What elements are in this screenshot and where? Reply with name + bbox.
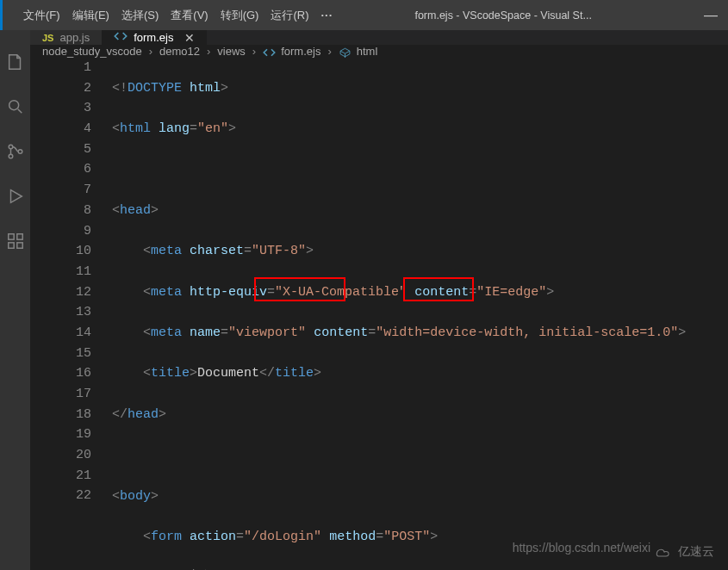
tab-form-ejs[interactable]: form.ejs ✕ (102, 30, 207, 45)
menu-goto[interactable]: 转到(G) (215, 4, 265, 27)
menu-edit[interactable]: 编辑(E) (66, 4, 115, 27)
tab-app-js[interactable]: JS app.js (30, 30, 102, 45)
window-title: form.ejs - VScodeSpace - Visual St... (339, 9, 694, 22)
crumb[interactable]: views (217, 45, 246, 58)
svg-rect-7 (16, 243, 22, 248)
menu-run[interactable]: 运行(R) (264, 4, 314, 27)
close-icon[interactable]: ✕ (184, 31, 195, 45)
ejs-icon (263, 45, 276, 58)
svg-point-1 (9, 145, 13, 149)
files-icon[interactable] (5, 52, 26, 72)
menubar: 文件(F) 编辑(E) 选择(S) 查看(V) 转到(G) 运行(R) ··· … (0, 0, 728, 30)
watermark-text: https://blog.csdn.net/weixi (513, 541, 650, 555)
crumb[interactable]: demo12 (159, 45, 200, 58)
tab-label: app.js (59, 31, 90, 44)
source-control-icon[interactable] (5, 141, 26, 162)
run-debug-icon[interactable] (5, 186, 26, 207)
search-icon[interactable] (5, 96, 26, 117)
line-numbers: 12345678910111213141516171819202122 (30, 58, 112, 570)
ejs-icon (114, 30, 128, 45)
js-icon: JS (42, 33, 53, 43)
chevron-right-icon: › (149, 45, 152, 58)
activity-bar (0, 30, 30, 570)
chevron-right-icon: › (252, 45, 256, 58)
crumb[interactable]: html (357, 45, 378, 58)
menu-select[interactable]: 选择(S) (115, 4, 165, 27)
menu-overflow[interactable]: ··· (314, 5, 339, 25)
minimize-button[interactable]: — (694, 8, 728, 23)
chevron-right-icon: › (207, 45, 210, 58)
cube-icon (339, 45, 352, 58)
svg-point-2 (9, 154, 13, 158)
extensions-icon[interactable] (5, 231, 26, 251)
yisu-logo: 亿速云 (647, 541, 721, 563)
svg-rect-5 (16, 234, 22, 239)
code-editor[interactable]: 12345678910111213141516171819202122 <!DO… (30, 58, 728, 570)
svg-rect-4 (8, 234, 13, 239)
crumb[interactable]: node_study_vscode (42, 45, 142, 58)
tab-bar: JS app.js form.ejs ✕ (30, 30, 728, 45)
menu-view[interactable]: 查看(V) (165, 4, 214, 27)
svg-rect-6 (8, 243, 13, 248)
chevron-right-icon: › (327, 45, 331, 58)
svg-point-3 (18, 150, 22, 154)
menu-file[interactable]: 文件(F) (17, 4, 66, 27)
breadcrumb: node_study_vscode › demo12 › views › for… (30, 45, 728, 58)
svg-point-0 (9, 101, 18, 110)
crumb[interactable]: form.ejs (281, 45, 320, 58)
code-content[interactable]: <!DOCTYPE html> <html lang="en"> <head> … (112, 58, 728, 570)
tab-label: form.ejs (134, 31, 173, 44)
